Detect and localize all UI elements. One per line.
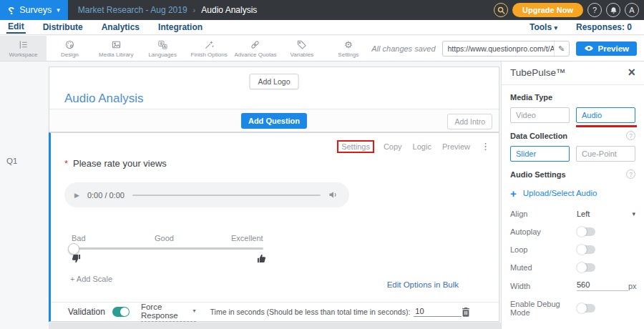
question-action-copy[interactable]: Copy [384, 142, 402, 151]
required-asterisk: * [64, 158, 68, 169]
play-icon[interactable]: ▶ [74, 192, 79, 199]
width-input[interactable]: 560 [577, 280, 628, 291]
save-status-text: All changes saved [371, 44, 435, 53]
help-icon[interactable]: ? [626, 170, 635, 179]
time-in-seconds-input[interactable]: 10 [414, 307, 462, 317]
edit-url-pencil-icon[interactable]: ✎ [554, 41, 569, 56]
scale-label-excellent: Excellent [231, 234, 263, 242]
question-text-row[interactable]: *Please rate your views [64, 158, 167, 169]
debug-setting-row: Enable Debug Mode [510, 300, 635, 317]
validation-label: Validation [68, 307, 105, 317]
translate-icon [157, 39, 168, 50]
search-button[interactable] [494, 3, 508, 17]
responses-count[interactable]: Responses: 0 [576, 22, 632, 32]
player-progress-track[interactable] [132, 195, 321, 196]
add-logo-button[interactable]: Add Logo [250, 74, 299, 89]
menu-edit[interactable]: Edit [6, 21, 26, 34]
width-setting-row: Width 560 px [510, 280, 635, 291]
question-action-logic[interactable]: Logic [413, 142, 431, 151]
media-type-options: Video Audio [510, 107, 635, 123]
audio-player: ▶ 0:00 / 0:00 [64, 182, 349, 207]
help-button[interactable]: ? [587, 3, 602, 17]
chevron-down-icon: ▾ [554, 24, 557, 31]
question-number: Q1 [6, 157, 17, 165]
bell-icon [610, 6, 618, 14]
main-menu-bar: Edit Distribute Analytics Integration To… [0, 20, 644, 35]
survey-url-value[interactable]: https://www.questionpro.com/t/APNrfZ [443, 44, 554, 53]
toolbar-settings[interactable]: ⚙ Settings [325, 36, 371, 61]
preview-label: Preview [598, 44, 629, 53]
question-text[interactable]: Please rate your views [73, 158, 167, 169]
trash-icon [462, 307, 470, 317]
data-collection-slider-option[interactable]: Slider [510, 146, 570, 162]
preview-button[interactable]: Preview [576, 41, 637, 56]
account-avatar[interactable]: A [625, 3, 639, 17]
audio-settings-section: Audio Settings ? [510, 170, 635, 179]
autoplay-toggle[interactable] [577, 227, 595, 236]
delete-question-button[interactable] [462, 307, 470, 317]
validation-toggle[interactable] [112, 307, 130, 317]
help-icon[interactable]: ? [626, 131, 635, 140]
rating-slider-track[interactable] [70, 247, 263, 250]
add-intro-button[interactable]: Add Intro [447, 114, 492, 129]
toolbar-label: Design [61, 51, 79, 58]
survey-url-box[interactable]: https://www.questionpro.com/t/APNrfZ ✎ [442, 41, 570, 57]
upload-select-audio-link[interactable]: + Upload/Select Audio [510, 189, 635, 197]
toolbar-advance-quotas[interactable]: Advance Quotas [233, 36, 279, 61]
media-type-video-option[interactable]: Video [510, 107, 570, 123]
question-action-settings[interactable]: Settings [337, 140, 374, 153]
upload-link-label: Upload/Select Audio [523, 189, 597, 197]
scale-label-good: Good [155, 234, 174, 242]
eye-icon [584, 45, 594, 51]
tubepulse-settings-panel: TubePulse™ × Media Type Video Audio Data… [501, 61, 644, 329]
survey-title[interactable]: Audio Analysis [64, 92, 144, 106]
chain-links-icon [250, 39, 260, 50]
muted-setting-row: Muted [510, 262, 635, 272]
questionpro-logo-icon: ? [8, 4, 14, 16]
edit-options-in-bulk-link[interactable]: Edit Options in Bulk [387, 280, 459, 289]
upgrade-now-button[interactable]: Upgrade Now [512, 3, 583, 17]
data-collection-cuepoint-option[interactable]: Cue-Point [576, 146, 635, 162]
align-dropdown[interactable]: Left ▾ [577, 210, 635, 218]
canvas-scrollbar[interactable] [49, 323, 501, 329]
palette-icon [64, 39, 75, 50]
toolbar-finish-options[interactable]: Finish Options [186, 36, 233, 61]
top-bar: ? Surveys ▾ Market Research - Aug 2019 ›… [0, 0, 644, 20]
chevron-down-icon: ▾ [193, 308, 196, 314]
loop-toggle[interactable] [577, 245, 595, 254]
rating-slider-handle[interactable] [68, 243, 79, 255]
toolbar-design[interactable]: Design [47, 36, 93, 61]
toolbar-languages[interactable]: Languages [140, 36, 186, 61]
align-label: Align [510, 210, 577, 218]
close-icon[interactable]: × [628, 68, 635, 77]
surveys-product-menu[interactable]: ? Surveys ▾ [0, 0, 68, 20]
align-setting-row: Align Left ▾ [510, 209, 635, 218]
question-action-preview[interactable]: Preview [442, 142, 470, 151]
loop-label: Loop [510, 245, 577, 254]
volume-icon[interactable] [328, 191, 339, 199]
topbar-actions: Upgrade Now ? A [494, 3, 644, 17]
plus-icon: + [510, 190, 517, 197]
debug-toggle[interactable] [577, 304, 595, 313]
muted-toggle[interactable] [577, 263, 595, 272]
survey-header-card: Add Logo Audio Analysis Add Question Add… [49, 67, 499, 132]
breadcrumb-folder-link[interactable]: Market Research - Aug 2019 [78, 5, 187, 15]
question-actions: Settings Copy Logic Preview ⋮ [338, 141, 490, 152]
add-scale-link[interactable]: + Add Scale [70, 275, 112, 283]
toolbar-media-library[interactable]: Media Library [93, 36, 140, 61]
menu-integration[interactable]: Integration [157, 21, 204, 33]
media-type-audio-option[interactable]: Audio [576, 107, 635, 123]
gear-icon: ⚙ [344, 40, 353, 49]
notifications-button[interactable] [606, 3, 620, 17]
workspace-toolbar: Workspace Design Media Library Languages… [0, 36, 644, 62]
toolbar-workspace[interactable]: Workspace [0, 36, 47, 61]
toolbar-variables[interactable]: Variables [278, 36, 325, 61]
menu-analytics[interactable]: Analytics [100, 21, 141, 33]
menu-distribute[interactable]: Distribute [42, 21, 84, 33]
media-type-label: Media Type [510, 93, 552, 102]
kebab-menu-icon[interactable]: ⋮ [481, 141, 490, 152]
data-collection-section: Data Collection ? [510, 131, 635, 140]
validation-mode-dropdown[interactable]: Force Response ▾ [141, 303, 196, 322]
add-question-button[interactable]: Add Question [241, 113, 307, 129]
tools-dropdown[interactable]: Tools ▾ [530, 22, 557, 32]
